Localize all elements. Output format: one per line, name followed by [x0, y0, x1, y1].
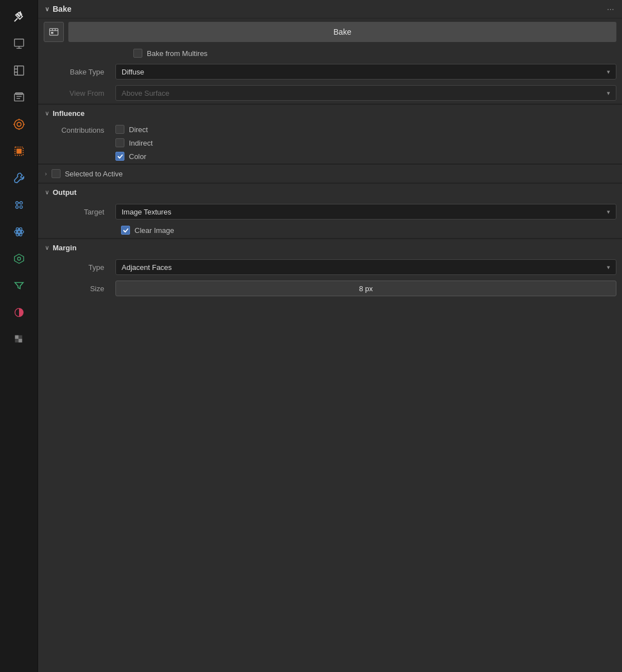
- bake-from-multires-checkbox[interactable]: [133, 49, 142, 58]
- sidebar-item-material[interactable]: [7, 300, 31, 325]
- margin-type-label: Type: [44, 263, 111, 272]
- target-value: Image Textures: [122, 208, 171, 216]
- view-from-value: Above Surface: [122, 89, 169, 97]
- margin-size-value: 8 px: [359, 284, 373, 293]
- svg-rect-34: [51, 32, 53, 34]
- contributions-row: Contributions Direct Indirect Color: [38, 122, 622, 164]
- contributions-label: Contributions: [44, 125, 111, 134]
- svg-point-17: [16, 202, 18, 204]
- indirect-label: Indirect: [129, 139, 153, 147]
- bake-from-multires-row: Bake from Multires: [38, 45, 622, 61]
- panel-collapse-chevron[interactable]: ∨: [45, 6, 49, 13]
- svg-rect-5: [14, 94, 24, 101]
- bake-type-dropdown[interactable]: Diffuse ▾: [115, 64, 616, 80]
- bake-type-value: Diffuse: [122, 68, 144, 76]
- view-from-row: View From Above Surface ▾: [38, 82, 622, 104]
- main-panel: ∨ Bake ⋯ Bake Bake from Multires Bake Ty…: [38, 0, 622, 672]
- influence-title: Influence: [53, 109, 85, 118]
- influence-chevron: ∨: [45, 110, 49, 117]
- svg-rect-1: [14, 39, 24, 46]
- color-checkbox[interactable]: [115, 152, 124, 161]
- clear-image-row: Clear Image: [38, 222, 622, 238]
- svg-rect-30: [18, 335, 22, 339]
- sidebar-item-modifier[interactable]: [7, 193, 31, 217]
- bake-from-multires-label: Bake from Multires: [147, 49, 207, 58]
- selected-active-label: Selected to Active: [65, 170, 123, 178]
- svg-point-9: [17, 122, 21, 126]
- bake-button-row: Bake: [38, 18, 622, 45]
- margin-section-header[interactable]: ∨ Margin: [38, 239, 622, 256]
- bake-main-button[interactable]: Bake: [68, 22, 616, 42]
- bake-type-label: Bake Type: [44, 68, 111, 76]
- svg-rect-29: [15, 335, 18, 339]
- margin-type-arrow: ▾: [607, 264, 610, 271]
- margin-type-row: Type Adjacent Faces ▾: [38, 256, 622, 278]
- sidebar-item-tools[interactable]: [7, 4, 31, 29]
- bake-type-row: Bake Type Diffuse ▾: [38, 61, 622, 82]
- direct-label: Direct: [129, 125, 148, 134]
- selected-active-checkbox[interactable]: [52, 169, 61, 178]
- clear-image-checkbox[interactable]: [121, 226, 130, 235]
- margin-chevron: ∨: [45, 244, 49, 251]
- svg-point-19: [16, 206, 18, 208]
- target-dropdown[interactable]: Image Textures ▾: [115, 204, 616, 220]
- indirect-checkbox[interactable]: [115, 138, 124, 147]
- svg-rect-4: [14, 66, 24, 76]
- bake-icon-button[interactable]: [44, 22, 64, 42]
- sidebar-item-view-layer[interactable]: [7, 85, 31, 110]
- direct-option: Direct: [115, 125, 153, 134]
- svg-point-18: [20, 202, 22, 204]
- clear-image-label: Clear Image: [134, 226, 174, 235]
- panel-header-left: ∨ Bake: [45, 4, 71, 13]
- direct-checkbox[interactable]: [115, 125, 124, 134]
- sidebar-item-constraints[interactable]: [7, 166, 31, 190]
- view-from-label: View From: [44, 89, 111, 97]
- panel-header: ∨ Bake ⋯: [38, 0, 622, 18]
- color-label: Color: [129, 152, 146, 161]
- svg-rect-33: [50, 29, 58, 35]
- output-section-header[interactable]: ∨ Output: [38, 183, 622, 201]
- margin-type-dropdown[interactable]: Adjacent Faces ▾: [115, 259, 616, 275]
- indirect-option: Indirect: [115, 138, 153, 147]
- view-from-arrow: ▾: [607, 90, 610, 97]
- view-from-dropdown[interactable]: Above Surface ▾: [115, 85, 616, 101]
- margin-size-input[interactable]: 8 px: [115, 281, 616, 296]
- sidebar-item-filter[interactable]: [7, 273, 31, 298]
- svg-point-20: [20, 206, 22, 208]
- margin-size-label: Size: [44, 284, 111, 293]
- panel-title: Bake: [53, 4, 71, 13]
- svg-point-23: [17, 231, 20, 234]
- contributions-options: Direct Indirect Color: [115, 125, 153, 161]
- margin-type-value: Adjacent Faces: [122, 263, 172, 272]
- svg-rect-16: [16, 148, 21, 153]
- panel-options-dots[interactable]: ⋯: [607, 5, 615, 13]
- svg-point-10: [14, 120, 24, 129]
- output-chevron: ∨: [45, 189, 49, 196]
- target-label: Target: [44, 208, 111, 216]
- svg-rect-31: [15, 339, 18, 342]
- margin-size-row: Size 8 px: [38, 278, 622, 299]
- selected-active-expand[interactable]: ›: [45, 170, 47, 177]
- target-arrow: ▾: [607, 208, 610, 216]
- influence-section-header[interactable]: ∨ Influence: [38, 104, 622, 122]
- sidebar-item-output[interactable]: [7, 58, 31, 83]
- target-row: Target Image Textures ▾: [38, 201, 622, 222]
- svg-rect-32: [18, 339, 22, 342]
- sidebar-item-scene[interactable]: [7, 112, 31, 137]
- sidebar-item-texture[interactable]: [7, 327, 31, 352]
- selected-to-active-row: › Selected to Active: [38, 164, 622, 183]
- sidebar-item-particles[interactable]: [7, 220, 31, 244]
- sidebar-item-render[interactable]: [7, 31, 31, 56]
- svg-line-0: [14, 18, 17, 22]
- svg-point-27: [17, 257, 21, 260]
- output-title: Output: [53, 188, 77, 197]
- margin-title: Margin: [53, 244, 77, 252]
- bake-type-arrow: ▾: [607, 68, 610, 76]
- color-option: Color: [115, 152, 153, 161]
- sidebar-item-physics[interactable]: [7, 246, 31, 271]
- sidebar: [0, 0, 38, 672]
- sidebar-item-object[interactable]: [7, 139, 31, 164]
